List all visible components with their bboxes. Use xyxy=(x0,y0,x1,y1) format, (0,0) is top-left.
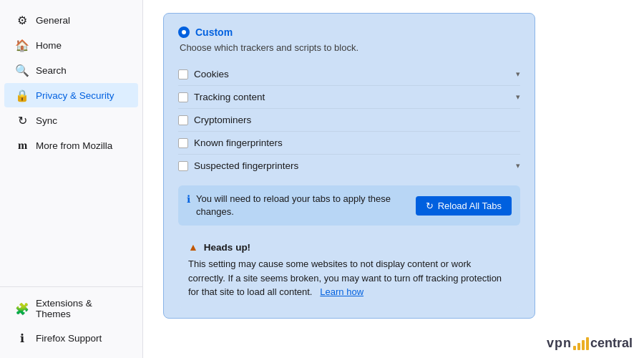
custom-subtitle: Choose which trackers and scripts to blo… xyxy=(178,42,520,53)
vpn-bar-1 xyxy=(573,346,576,350)
vpn-text: vpn xyxy=(547,336,572,351)
sync-icon: ↻ xyxy=(16,114,29,127)
firefox-support-icon: ℹ xyxy=(16,332,29,344)
chevron-down-icon: ▾ xyxy=(516,161,520,170)
sidebar-label-mozilla: More from Mozilla xyxy=(36,140,112,151)
vpn-bar-4 xyxy=(586,337,589,350)
main-content: Custom Choose which trackers and scripts… xyxy=(143,0,644,358)
sidebar-label-extensions: Extensions & Themes xyxy=(36,298,127,319)
reload-notice: ℹ You will need to reload your tabs to a… xyxy=(178,185,520,226)
sidebar-label-general: General xyxy=(36,15,70,26)
mozilla-icon: 𝐦 xyxy=(16,139,29,152)
dropdown-arrow-cookies[interactable]: ▾ xyxy=(499,69,520,79)
extensions-icon: 🧩 xyxy=(16,302,29,315)
vpn-bar-2 xyxy=(577,343,580,350)
dropdown-arrow-suspected[interactable]: ▾ xyxy=(499,161,520,170)
dropdown-arrow-tracking[interactable]: ▾ xyxy=(499,92,520,102)
heads-up-text: This setting may cause some websites to … xyxy=(188,258,502,297)
heads-up-title: Heads up! xyxy=(204,242,250,253)
heads-up-box: ▲ Heads up! This setting may cause some … xyxy=(178,233,520,308)
sidebar-label-privacy: Privacy & Security xyxy=(36,90,114,101)
sidebar-item-mozilla[interactable]: 𝐦 More from Mozilla xyxy=(4,133,138,158)
sidebar-item-home[interactable]: 🏠 Home xyxy=(4,33,138,57)
custom-title: Custom xyxy=(195,26,233,38)
sidebar-item-privacy[interactable]: 🔒 Privacy & Security xyxy=(4,83,138,107)
sidebar-item-search[interactable]: 🔍 Search xyxy=(4,58,138,82)
sidebar-label-home: Home xyxy=(36,40,62,51)
checkbox-left-crypto: Cryptominers xyxy=(178,115,251,125)
chevron-down-icon: ▾ xyxy=(516,92,520,102)
chevron-down-icon: ▾ xyxy=(516,69,520,79)
sidebar-bottom: 🧩 Extensions & Themes ℹ Firefox Support xyxy=(0,286,142,351)
sidebar-item-firefox-support[interactable]: ℹ Firefox Support xyxy=(4,326,138,350)
checkbox-cookies[interactable] xyxy=(178,69,188,79)
custom-header: Custom xyxy=(178,26,520,38)
checkbox-row-suspected: Suspected fingerprinters ▾ xyxy=(178,155,520,177)
checkbox-left-tracking: Tracking content xyxy=(178,92,265,102)
vpn-watermark: vpn central xyxy=(547,336,633,351)
reload-icon: ↻ xyxy=(426,200,434,211)
checkbox-label-tracking: Tracking content xyxy=(194,92,265,102)
checkbox-left-fingerprinters: Known fingerprinters xyxy=(178,137,283,148)
checkbox-row-crypto: Cryptominers ▾ xyxy=(178,109,520,132)
sidebar-item-sync[interactable]: ↻ Sync xyxy=(4,108,138,132)
custom-radio[interactable] xyxy=(178,26,190,38)
search-icon: 🔍 xyxy=(16,64,29,77)
sidebar-item-general[interactable]: ⚙ General xyxy=(4,8,138,32)
checkbox-label-crypto: Cryptominers xyxy=(194,115,251,125)
reload-btn-label: Reload All Tabs xyxy=(438,200,502,211)
custom-panel: Custom Choose which trackers and scripts… xyxy=(163,13,535,319)
vpn-bars xyxy=(573,337,589,350)
central-text: central xyxy=(590,336,633,351)
privacy-icon: 🔒 xyxy=(16,89,29,102)
checkbox-tracking[interactable] xyxy=(178,92,188,102)
reload-text: You will need to reload your tabs to app… xyxy=(196,193,409,218)
warning-icon: ▲ xyxy=(188,241,198,253)
home-icon: 🏠 xyxy=(16,39,29,52)
info-icon: ℹ xyxy=(187,193,190,205)
checkbox-left-suspected: Suspected fingerprinters xyxy=(178,160,298,171)
checkbox-row-fingerprinters: Known fingerprinters ▾ xyxy=(178,132,520,155)
checkbox-row-cookies: Cookies ▾ xyxy=(178,63,520,86)
checkbox-suspected[interactable] xyxy=(178,161,188,171)
learn-how-link[interactable]: Learn how xyxy=(320,286,364,297)
checkbox-label-fingerprinters: Known fingerprinters xyxy=(194,137,283,148)
checkbox-row-tracking: Tracking content ▾ xyxy=(178,86,520,109)
checkbox-fingerprinters[interactable] xyxy=(178,138,188,148)
sidebar-label-search: Search xyxy=(36,65,67,76)
checkbox-label-cookies: Cookies xyxy=(194,69,229,79)
sidebar-item-extensions[interactable]: 🧩 Extensions & Themes xyxy=(4,292,138,325)
vpn-bar-3 xyxy=(582,340,585,350)
sidebar-label-firefox-support: Firefox Support xyxy=(36,333,102,344)
checkbox-label-suspected: Suspected fingerprinters xyxy=(194,160,298,171)
reload-all-tabs-button[interactable]: ↻ Reload All Tabs xyxy=(416,196,512,216)
general-icon: ⚙ xyxy=(16,14,29,26)
reload-text-block: ℹ You will need to reload your tabs to a… xyxy=(187,193,409,218)
heads-up-header: ▲ Heads up! xyxy=(188,241,510,253)
checkbox-left-cookies: Cookies xyxy=(178,69,229,79)
sidebar-label-sync: Sync xyxy=(36,115,57,126)
sidebar: ⚙ General 🏠 Home 🔍 Search 🔒 Privacy & Se… xyxy=(0,0,143,358)
checkbox-crypto[interactable] xyxy=(178,115,188,125)
